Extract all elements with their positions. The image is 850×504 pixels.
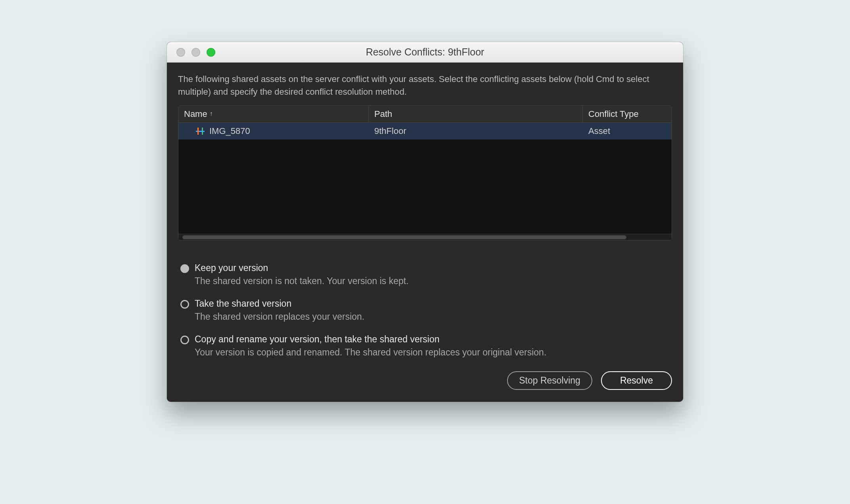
table-row[interactable]: IMG_5870 9thFloor Asset [178,123,672,139]
window-controls [167,48,215,57]
column-header-label: Name [184,109,207,119]
resolution-options: Keep your version The shared version is … [178,263,672,358]
option-description: The shared version replaces your version… [195,311,364,322]
option-description: Your version is copied and renamed. The … [195,347,546,358]
option-label: Copy and rename your version, then take … [195,334,546,345]
option-label: Take the shared version [195,298,364,309]
cell-name: IMG_5870 [178,126,369,136]
cell-conflict-type-text: Asset [588,126,610,136]
cell-conflict-type: Asset [583,126,672,136]
radio-icon [180,264,189,273]
dialog-buttons: Stop Resolving Resolve [178,371,672,390]
option-label: Keep your version [195,263,409,273]
column-header-label: Path [374,109,392,119]
option-description: The shared version is not taken. Your ve… [195,276,409,286]
resolve-button[interactable]: Resolve [601,371,672,390]
horizontal-scrollbar[interactable] [178,234,672,240]
radio-icon [180,300,189,309]
asset-icon [196,128,205,135]
conflicts-table: Name ↑ Path Conflict Type IMG_5870 [178,105,672,241]
window-close-button[interactable] [176,48,185,57]
titlebar: Resolve Conflicts: 9thFloor [167,42,683,63]
cell-path-text: 9thFloor [374,126,406,136]
option-copy-rename[interactable]: Copy and rename your version, then take … [180,334,672,358]
column-header-conflict-type[interactable]: Conflict Type [583,106,672,122]
dialog-body: The following shared assets on the serve… [167,63,683,402]
cell-path: 9thFloor [369,126,583,136]
instructions-text: The following shared assets on the serve… [178,73,672,98]
resolve-conflicts-dialog: Resolve Conflicts: 9thFloor The followin… [167,42,683,402]
sort-ascending-icon: ↑ [210,110,213,117]
table-header: Name ↑ Path Conflict Type [178,106,672,123]
table-body[interactable]: IMG_5870 9thFloor Asset [178,123,672,234]
stop-resolving-button[interactable]: Stop Resolving [507,371,592,390]
option-take-shared-version[interactable]: Take the shared version The shared versi… [180,298,672,322]
radio-icon [180,336,189,344]
cell-name-text: IMG_5870 [209,126,250,136]
column-header-path[interactable]: Path [369,106,583,122]
scrollbar-thumb[interactable] [182,235,626,239]
column-header-name[interactable]: Name ↑ [178,106,369,122]
window-zoom-button[interactable] [207,48,215,57]
window-minimize-button[interactable] [191,48,200,57]
window-title: Resolve Conflicts: 9thFloor [167,46,683,58]
option-keep-your-version[interactable]: Keep your version The shared version is … [180,263,672,286]
column-header-label: Conflict Type [588,109,639,119]
